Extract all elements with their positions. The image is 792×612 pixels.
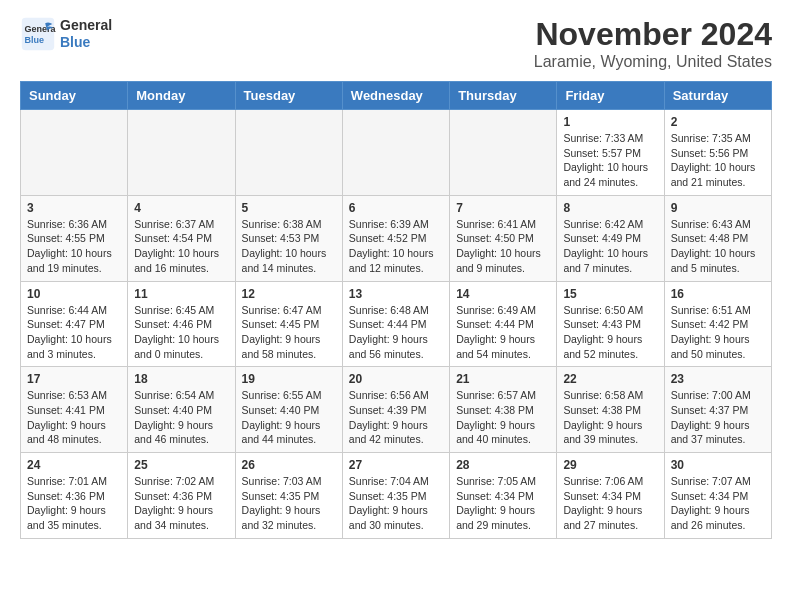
svg-text:Blue: Blue xyxy=(25,35,45,45)
day-number: 28 xyxy=(456,458,550,472)
day-cell xyxy=(342,110,449,196)
weekday-header-saturday: Saturday xyxy=(664,82,771,110)
day-info: Sunrise: 6:53 AM Sunset: 4:41 PM Dayligh… xyxy=(27,388,121,447)
day-cell: 19Sunrise: 6:55 AM Sunset: 4:40 PM Dayli… xyxy=(235,367,342,453)
day-info: Sunrise: 6:50 AM Sunset: 4:43 PM Dayligh… xyxy=(563,303,657,362)
day-number: 10 xyxy=(27,287,121,301)
day-info: Sunrise: 6:43 AM Sunset: 4:48 PM Dayligh… xyxy=(671,217,765,276)
day-info: Sunrise: 7:01 AM Sunset: 4:36 PM Dayligh… xyxy=(27,474,121,533)
calendar-table: SundayMondayTuesdayWednesdayThursdayFrid… xyxy=(20,81,772,539)
day-info: Sunrise: 6:57 AM Sunset: 4:38 PM Dayligh… xyxy=(456,388,550,447)
title-area: November 2024 Laramie, Wyoming, United S… xyxy=(534,16,772,71)
day-info: Sunrise: 6:56 AM Sunset: 4:39 PM Dayligh… xyxy=(349,388,443,447)
day-cell: 29Sunrise: 7:06 AM Sunset: 4:34 PM Dayli… xyxy=(557,453,664,539)
day-number: 13 xyxy=(349,287,443,301)
day-cell: 21Sunrise: 6:57 AM Sunset: 4:38 PM Dayli… xyxy=(450,367,557,453)
logo-icon: General Blue xyxy=(20,16,56,52)
day-info: Sunrise: 6:48 AM Sunset: 4:44 PM Dayligh… xyxy=(349,303,443,362)
day-number: 20 xyxy=(349,372,443,386)
day-info: Sunrise: 7:00 AM Sunset: 4:37 PM Dayligh… xyxy=(671,388,765,447)
day-info: Sunrise: 7:02 AM Sunset: 4:36 PM Dayligh… xyxy=(134,474,228,533)
day-cell: 3Sunrise: 6:36 AM Sunset: 4:55 PM Daylig… xyxy=(21,195,128,281)
day-cell: 9Sunrise: 6:43 AM Sunset: 4:48 PM Daylig… xyxy=(664,195,771,281)
day-info: Sunrise: 7:03 AM Sunset: 4:35 PM Dayligh… xyxy=(242,474,336,533)
week-row-0: 1Sunrise: 7:33 AM Sunset: 5:57 PM Daylig… xyxy=(21,110,772,196)
day-number: 14 xyxy=(456,287,550,301)
day-number: 18 xyxy=(134,372,228,386)
weekday-header-tuesday: Tuesday xyxy=(235,82,342,110)
day-info: Sunrise: 6:54 AM Sunset: 4:40 PM Dayligh… xyxy=(134,388,228,447)
day-cell: 4Sunrise: 6:37 AM Sunset: 4:54 PM Daylig… xyxy=(128,195,235,281)
weekday-header-monday: Monday xyxy=(128,82,235,110)
day-number: 11 xyxy=(134,287,228,301)
logo: General Blue General Blue xyxy=(20,16,112,52)
week-row-3: 17Sunrise: 6:53 AM Sunset: 4:41 PM Dayli… xyxy=(21,367,772,453)
header: General Blue General Blue November 2024 … xyxy=(20,16,772,71)
svg-text:General: General xyxy=(25,24,57,34)
day-info: Sunrise: 7:07 AM Sunset: 4:34 PM Dayligh… xyxy=(671,474,765,533)
day-info: Sunrise: 7:35 AM Sunset: 5:56 PM Dayligh… xyxy=(671,131,765,190)
day-number: 1 xyxy=(563,115,657,129)
day-number: 30 xyxy=(671,458,765,472)
day-info: Sunrise: 6:47 AM Sunset: 4:45 PM Dayligh… xyxy=(242,303,336,362)
day-info: Sunrise: 6:39 AM Sunset: 4:52 PM Dayligh… xyxy=(349,217,443,276)
day-info: Sunrise: 6:58 AM Sunset: 4:38 PM Dayligh… xyxy=(563,388,657,447)
day-number: 9 xyxy=(671,201,765,215)
day-number: 24 xyxy=(27,458,121,472)
day-number: 7 xyxy=(456,201,550,215)
day-info: Sunrise: 6:49 AM Sunset: 4:44 PM Dayligh… xyxy=(456,303,550,362)
week-row-2: 10Sunrise: 6:44 AM Sunset: 4:47 PM Dayli… xyxy=(21,281,772,367)
day-cell: 24Sunrise: 7:01 AM Sunset: 4:36 PM Dayli… xyxy=(21,453,128,539)
day-info: Sunrise: 6:37 AM Sunset: 4:54 PM Dayligh… xyxy=(134,217,228,276)
day-cell: 20Sunrise: 6:56 AM Sunset: 4:39 PM Dayli… xyxy=(342,367,449,453)
day-number: 23 xyxy=(671,372,765,386)
weekday-header-row: SundayMondayTuesdayWednesdayThursdayFrid… xyxy=(21,82,772,110)
day-cell xyxy=(21,110,128,196)
day-info: Sunrise: 6:45 AM Sunset: 4:46 PM Dayligh… xyxy=(134,303,228,362)
day-cell: 28Sunrise: 7:05 AM Sunset: 4:34 PM Dayli… xyxy=(450,453,557,539)
day-number: 26 xyxy=(242,458,336,472)
day-info: Sunrise: 6:41 AM Sunset: 4:50 PM Dayligh… xyxy=(456,217,550,276)
day-cell xyxy=(450,110,557,196)
week-row-4: 24Sunrise: 7:01 AM Sunset: 4:36 PM Dayli… xyxy=(21,453,772,539)
weekday-header-sunday: Sunday xyxy=(21,82,128,110)
day-number: 2 xyxy=(671,115,765,129)
day-number: 17 xyxy=(27,372,121,386)
day-number: 12 xyxy=(242,287,336,301)
logo-text: General Blue xyxy=(60,17,112,51)
day-number: 3 xyxy=(27,201,121,215)
day-cell: 14Sunrise: 6:49 AM Sunset: 4:44 PM Dayli… xyxy=(450,281,557,367)
day-number: 22 xyxy=(563,372,657,386)
day-number: 5 xyxy=(242,201,336,215)
day-info: Sunrise: 7:06 AM Sunset: 4:34 PM Dayligh… xyxy=(563,474,657,533)
day-number: 29 xyxy=(563,458,657,472)
day-info: Sunrise: 7:05 AM Sunset: 4:34 PM Dayligh… xyxy=(456,474,550,533)
weekday-header-wednesday: Wednesday xyxy=(342,82,449,110)
day-cell: 1Sunrise: 7:33 AM Sunset: 5:57 PM Daylig… xyxy=(557,110,664,196)
month-title: November 2024 xyxy=(534,16,772,53)
day-cell: 6Sunrise: 6:39 AM Sunset: 4:52 PM Daylig… xyxy=(342,195,449,281)
day-cell: 12Sunrise: 6:47 AM Sunset: 4:45 PM Dayli… xyxy=(235,281,342,367)
day-info: Sunrise: 7:04 AM Sunset: 4:35 PM Dayligh… xyxy=(349,474,443,533)
day-number: 25 xyxy=(134,458,228,472)
day-number: 16 xyxy=(671,287,765,301)
day-cell: 22Sunrise: 6:58 AM Sunset: 4:38 PM Dayli… xyxy=(557,367,664,453)
day-cell: 17Sunrise: 6:53 AM Sunset: 4:41 PM Dayli… xyxy=(21,367,128,453)
day-cell: 13Sunrise: 6:48 AM Sunset: 4:44 PM Dayli… xyxy=(342,281,449,367)
weekday-header-thursday: Thursday xyxy=(450,82,557,110)
day-cell: 10Sunrise: 6:44 AM Sunset: 4:47 PM Dayli… xyxy=(21,281,128,367)
day-cell: 11Sunrise: 6:45 AM Sunset: 4:46 PM Dayli… xyxy=(128,281,235,367)
day-info: Sunrise: 6:51 AM Sunset: 4:42 PM Dayligh… xyxy=(671,303,765,362)
day-info: Sunrise: 6:55 AM Sunset: 4:40 PM Dayligh… xyxy=(242,388,336,447)
day-number: 21 xyxy=(456,372,550,386)
weekday-header-friday: Friday xyxy=(557,82,664,110)
day-number: 15 xyxy=(563,287,657,301)
week-row-1: 3Sunrise: 6:36 AM Sunset: 4:55 PM Daylig… xyxy=(21,195,772,281)
location-title: Laramie, Wyoming, United States xyxy=(534,53,772,71)
day-info: Sunrise: 6:44 AM Sunset: 4:47 PM Dayligh… xyxy=(27,303,121,362)
day-cell: 25Sunrise: 7:02 AM Sunset: 4:36 PM Dayli… xyxy=(128,453,235,539)
day-cell: 27Sunrise: 7:04 AM Sunset: 4:35 PM Dayli… xyxy=(342,453,449,539)
day-cell: 26Sunrise: 7:03 AM Sunset: 4:35 PM Dayli… xyxy=(235,453,342,539)
day-cell: 2Sunrise: 7:35 AM Sunset: 5:56 PM Daylig… xyxy=(664,110,771,196)
day-cell: 18Sunrise: 6:54 AM Sunset: 4:40 PM Dayli… xyxy=(128,367,235,453)
